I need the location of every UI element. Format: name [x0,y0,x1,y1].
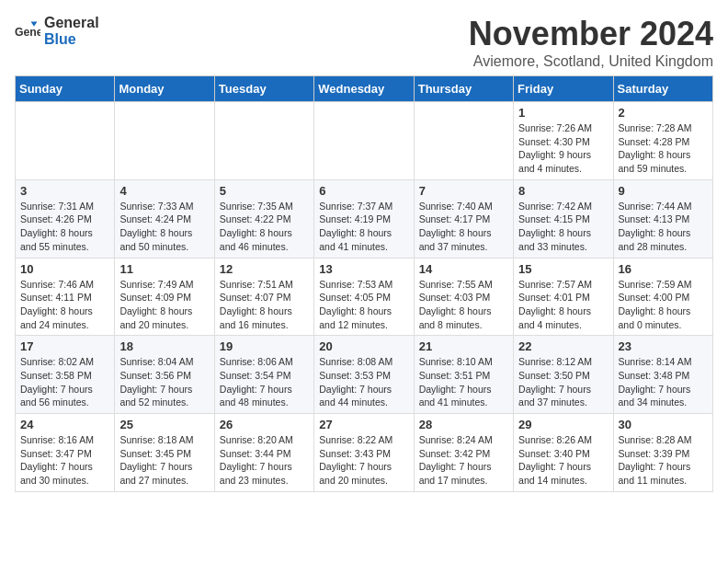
calendar-cell: 20Sunrise: 8:08 AM Sunset: 3:53 PM Dayli… [314,336,414,414]
day-number: 3 [20,184,109,198]
title-area: November 2024 Aviemore, Scotland, United… [469,15,713,70]
day-info: Sunrise: 7:44 AM Sunset: 4:13 PM Dayligh… [619,200,708,254]
calendar-week-row: 24Sunrise: 8:16 AM Sunset: 3:47 PM Dayli… [16,414,713,492]
calendar-cell: 1Sunrise: 7:26 AM Sunset: 4:30 PM Daylig… [514,102,613,180]
calendar-cell [414,102,513,180]
calendar-cell: 5Sunrise: 7:35 AM Sunset: 4:22 PM Daylig… [214,179,313,258]
day-info: Sunrise: 7:42 AM Sunset: 4:15 PM Dayligh… [518,200,608,254]
calendar-cell: 3Sunrise: 7:31 AM Sunset: 4:26 PM Daylig… [16,179,115,258]
calendar-cell: 4Sunrise: 7:33 AM Sunset: 4:24 PM Daylig… [115,179,214,258]
calendar-cell: 21Sunrise: 8:10 AM Sunset: 3:51 PM Dayli… [414,336,513,414]
calendar-cell: 30Sunrise: 8:28 AM Sunset: 3:39 PM Dayli… [613,414,712,492]
calendar-cell [115,102,214,180]
day-info: Sunrise: 8:22 AM Sunset: 3:43 PM Dayligh… [319,433,408,488]
calendar-week-row: 17Sunrise: 8:02 AM Sunset: 3:58 PM Dayli… [16,336,713,414]
weekday-header: Friday [514,76,613,102]
calendar-cell: 28Sunrise: 8:24 AM Sunset: 3:42 PM Dayli… [414,414,513,492]
calendar-cell: 17Sunrise: 8:02 AM Sunset: 3:58 PM Dayli… [16,336,115,414]
day-number: 28 [419,418,508,431]
day-info: Sunrise: 8:08 AM Sunset: 3:53 PM Dayligh… [319,355,408,409]
calendar-cell: 12Sunrise: 7:51 AM Sunset: 4:07 PM Dayli… [214,258,313,336]
day-info: Sunrise: 8:20 AM Sunset: 3:44 PM Dayligh… [220,433,309,488]
calendar-cell: 10Sunrise: 7:46 AM Sunset: 4:11 PM Dayli… [16,258,115,336]
day-info: Sunrise: 8:18 AM Sunset: 3:45 PM Dayligh… [119,433,209,488]
svg-text:General: General [15,26,40,39]
day-number: 29 [518,418,608,431]
day-info: Sunrise: 7:51 AM Sunset: 4:07 PM Dayligh… [220,278,309,332]
month-title: November 2024 [469,15,713,53]
day-number: 9 [619,184,708,198]
weekday-header: Tuesday [214,76,313,102]
calendar-cell: 9Sunrise: 7:44 AM Sunset: 4:13 PM Daylig… [613,179,712,258]
day-info: Sunrise: 7:33 AM Sunset: 4:24 PM Dayligh… [119,200,209,254]
day-info: Sunrise: 7:37 AM Sunset: 4:19 PM Dayligh… [319,200,408,254]
logo-blue: Blue [44,31,76,47]
day-info: Sunrise: 7:40 AM Sunset: 4:17 PM Dayligh… [419,200,508,254]
day-info: Sunrise: 8:06 AM Sunset: 3:54 PM Dayligh… [220,355,309,409]
day-info: Sunrise: 8:26 AM Sunset: 3:40 PM Dayligh… [518,433,608,488]
day-number: 20 [319,339,408,353]
day-number: 23 [619,339,708,353]
calendar-cell: 29Sunrise: 8:26 AM Sunset: 3:40 PM Dayli… [514,414,613,492]
day-info: Sunrise: 7:31 AM Sunset: 4:26 PM Dayligh… [20,200,109,254]
calendar-cell: 6Sunrise: 7:37 AM Sunset: 4:19 PM Daylig… [314,179,414,258]
day-number: 6 [319,184,408,198]
calendar-cell [314,102,414,180]
day-number: 15 [518,262,608,276]
calendar-cell [214,102,313,180]
day-number: 13 [319,262,408,276]
weekday-header: Saturday [613,76,712,102]
calendar-cell: 11Sunrise: 7:49 AM Sunset: 4:09 PM Dayli… [115,258,214,336]
logo-general: General [44,15,99,30]
day-info: Sunrise: 8:10 AM Sunset: 3:51 PM Dayligh… [419,355,508,409]
day-info: Sunrise: 8:24 AM Sunset: 3:42 PM Dayligh… [419,433,508,488]
calendar-week-row: 10Sunrise: 7:46 AM Sunset: 4:11 PM Dayli… [16,258,713,336]
logo-icon: General [15,18,40,44]
day-info: Sunrise: 7:35 AM Sunset: 4:22 PM Dayligh… [220,200,309,254]
day-number: 16 [619,262,708,276]
calendar-cell: 22Sunrise: 8:12 AM Sunset: 3:50 PM Dayli… [514,336,613,414]
day-number: 5 [220,184,309,198]
day-number: 18 [119,339,209,353]
calendar-cell: 24Sunrise: 8:16 AM Sunset: 3:47 PM Dayli… [16,414,115,492]
day-number: 17 [20,339,109,353]
calendar-cell: 16Sunrise: 7:59 AM Sunset: 4:00 PM Dayli… [613,258,712,336]
day-number: 24 [20,418,109,431]
day-number: 12 [220,262,309,276]
day-info: Sunrise: 8:04 AM Sunset: 3:56 PM Dayligh… [119,355,209,409]
day-number: 19 [220,339,309,353]
day-info: Sunrise: 7:49 AM Sunset: 4:09 PM Dayligh… [119,278,209,332]
calendar-cell: 7Sunrise: 7:40 AM Sunset: 4:17 PM Daylig… [414,179,513,258]
calendar-cell: 14Sunrise: 7:55 AM Sunset: 4:03 PM Dayli… [414,258,513,336]
day-number: 11 [119,262,209,276]
calendar-cell: 2Sunrise: 7:28 AM Sunset: 4:28 PM Daylig… [613,102,712,180]
weekday-header: Thursday [414,76,513,102]
day-number: 10 [20,262,109,276]
day-info: Sunrise: 8:16 AM Sunset: 3:47 PM Dayligh… [20,433,109,488]
calendar-week-row: 3Sunrise: 7:31 AM Sunset: 4:26 PM Daylig… [16,179,713,258]
day-number: 22 [518,339,608,353]
day-number: 26 [220,418,309,431]
weekday-header: Monday [115,76,214,102]
weekday-header: Wednesday [314,76,414,102]
calendar-cell: 23Sunrise: 8:14 AM Sunset: 3:48 PM Dayli… [613,336,712,414]
calendar-cell: 25Sunrise: 8:18 AM Sunset: 3:45 PM Dayli… [115,414,214,492]
day-number: 30 [619,418,708,431]
weekday-header: Sunday [16,76,115,102]
day-info: Sunrise: 8:12 AM Sunset: 3:50 PM Dayligh… [518,355,608,409]
logo: General General Blue [15,15,99,48]
day-info: Sunrise: 7:59 AM Sunset: 4:00 PM Dayligh… [619,278,708,332]
page-header: General General Blue November 2024 Aviem… [15,15,713,70]
calendar-cell: 13Sunrise: 7:53 AM Sunset: 4:05 PM Dayli… [314,258,414,336]
weekday-header-row: SundayMondayTuesdayWednesdayThursdayFrid… [16,76,713,102]
calendar-cell [16,102,115,180]
day-info: Sunrise: 7:28 AM Sunset: 4:28 PM Dayligh… [619,121,708,176]
calendar-cell: 19Sunrise: 8:06 AM Sunset: 3:54 PM Dayli… [214,336,313,414]
calendar-cell: 27Sunrise: 8:22 AM Sunset: 3:43 PM Dayli… [314,414,414,492]
calendar-table: SundayMondayTuesdayWednesdayThursdayFrid… [15,75,713,492]
day-info: Sunrise: 7:46 AM Sunset: 4:11 PM Dayligh… [20,278,109,332]
day-number: 14 [419,262,508,276]
day-number: 1 [518,106,608,120]
calendar-cell: 15Sunrise: 7:57 AM Sunset: 4:01 PM Dayli… [514,258,613,336]
day-number: 7 [419,184,508,198]
